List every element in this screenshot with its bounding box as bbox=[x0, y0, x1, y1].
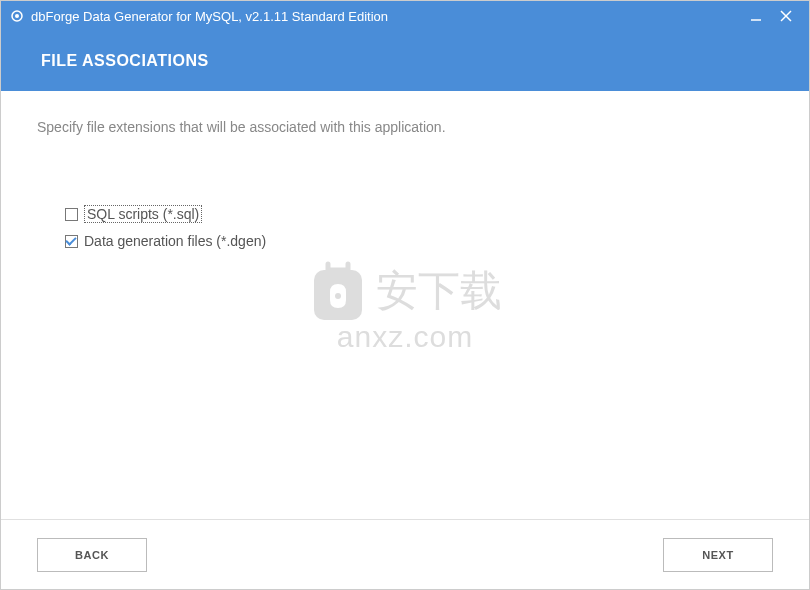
svg-point-6 bbox=[335, 293, 341, 299]
minimize-button[interactable] bbox=[741, 1, 771, 31]
app-icon bbox=[9, 8, 25, 24]
page-header: FILE ASSOCIATIONS bbox=[1, 31, 809, 91]
next-button[interactable]: NEXT bbox=[663, 538, 773, 572]
watermark: 安下载 anxz.com bbox=[308, 256, 502, 354]
option-sql-scripts[interactable]: SQL scripts (*.sql) bbox=[65, 205, 773, 223]
checkbox-sql-scripts[interactable] bbox=[65, 208, 78, 221]
close-button[interactable] bbox=[771, 1, 801, 31]
options-group: SQL scripts (*.sql) Data generation file… bbox=[65, 205, 773, 249]
checkbox-data-generation[interactable] bbox=[65, 235, 78, 248]
back-button[interactable]: BACK bbox=[37, 538, 147, 572]
titlebar: dbForge Data Generator for MySQL, v2.1.1… bbox=[1, 1, 809, 31]
option-label: SQL scripts (*.sql) bbox=[84, 205, 202, 223]
option-data-generation[interactable]: Data generation files (*.dgen) bbox=[65, 233, 773, 249]
page-title: FILE ASSOCIATIONS bbox=[41, 52, 209, 70]
footer: BACK NEXT bbox=[1, 519, 809, 589]
option-label: Data generation files (*.dgen) bbox=[84, 233, 266, 249]
svg-point-1 bbox=[15, 14, 19, 18]
svg-rect-5 bbox=[314, 270, 362, 320]
window-title: dbForge Data Generator for MySQL, v2.1.1… bbox=[31, 9, 741, 24]
instruction-text: Specify file extensions that will be ass… bbox=[37, 119, 773, 135]
watermark-sub: anxz.com bbox=[308, 320, 502, 354]
watermark-main: 安下载 bbox=[376, 263, 502, 319]
content-area: Specify file extensions that will be ass… bbox=[1, 91, 809, 519]
